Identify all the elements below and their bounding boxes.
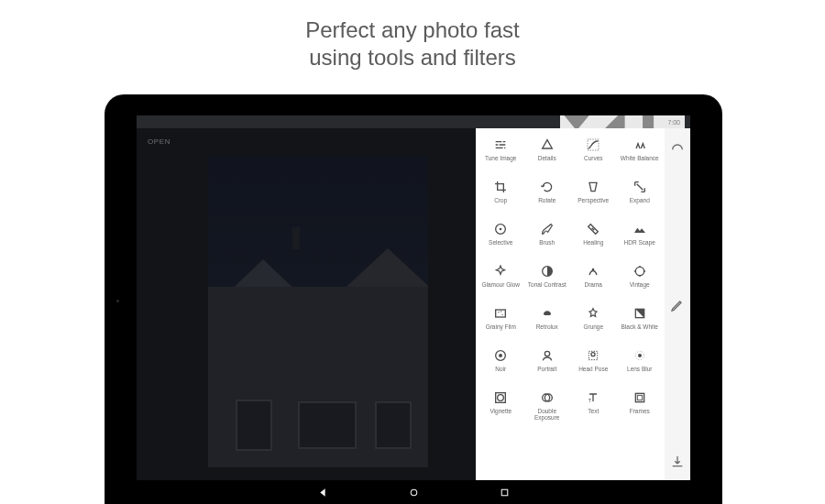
- hdr-scape-icon: [632, 222, 647, 236]
- tool-perspective[interactable]: Perspective: [570, 180, 617, 222]
- perspective-icon: [586, 180, 600, 194]
- svg-point-7: [635, 267, 644, 275]
- pencil-icon[interactable]: [670, 298, 685, 312]
- tool-vignette[interactable]: Vignette: [478, 390, 524, 433]
- crop-icon: [493, 180, 508, 194]
- double-exposure-icon: [540, 390, 555, 405]
- tool-label: Black & White: [622, 323, 658, 330]
- android-statusbar: 7:00: [137, 115, 690, 128]
- tool-label: Vignette: [490, 408, 512, 414]
- tool-label: Tonal Contrast: [528, 281, 566, 288]
- android-navbar: [137, 480, 690, 504]
- glamour-glow-icon: [493, 264, 508, 279]
- tool-label: Head Pose: [578, 366, 608, 372]
- tool-label: Healing: [583, 239, 603, 246]
- nav-home-icon[interactable]: [408, 487, 420, 499]
- tool-label: Tune Image: [485, 155, 516, 161]
- statusbar-time: 7:00: [667, 119, 680, 126]
- tool-frames[interactable]: Frames: [617, 390, 664, 433]
- tool-portrait[interactable]: Portrait: [524, 348, 571, 390]
- tool-label: Noir: [495, 366, 506, 372]
- svg-point-15: [544, 351, 549, 356]
- tool-label: Portrait: [537, 366, 556, 372]
- tool-black-white[interactable]: Black & White: [617, 306, 664, 348]
- tool-tonal-contrast[interactable]: Tonal Contrast: [524, 264, 571, 306]
- selective-icon: [493, 222, 508, 236]
- tool-brush[interactable]: Brush: [524, 222, 571, 264]
- nav-back-icon[interactable]: [317, 487, 329, 499]
- tool-label: White Balance: [621, 155, 659, 161]
- tool-retrolux[interactable]: Retrolux: [524, 306, 571, 348]
- tool-selective[interactable]: Selective: [478, 222, 524, 264]
- retrolux-icon: [540, 306, 555, 321]
- photo-preview: [208, 156, 428, 467]
- tool-label: Lens Blur: [627, 366, 652, 372]
- tool-text[interactable]: TText: [570, 390, 617, 433]
- tool-healing[interactable]: Healing: [570, 222, 617, 264]
- svg-point-14: [499, 354, 502, 357]
- tool-glamour-glow[interactable]: Glamour Glow: [478, 264, 524, 306]
- tool-tune-image[interactable]: Tune Image: [478, 137, 524, 180]
- tool-grunge[interactable]: Grunge: [570, 306, 617, 348]
- tool-white-balance[interactable]: White Balance: [617, 137, 664, 180]
- rotate-icon: [540, 180, 555, 194]
- grainy-film-icon: [493, 306, 508, 321]
- tool-label: Double Exposure: [525, 408, 569, 421]
- svg-point-10: [502, 314, 503, 315]
- tool-curves[interactable]: Curves: [570, 137, 617, 180]
- healing-icon: [586, 222, 600, 236]
- noir-icon: [493, 348, 508, 363]
- tool-head-pose[interactable]: Head Pose: [570, 348, 617, 390]
- tool-label: Grunge: [583, 323, 603, 330]
- tablet-camera: [116, 300, 119, 302]
- tool-details[interactable]: Details: [524, 137, 571, 180]
- tool-label: Expand: [630, 197, 650, 203]
- drama-icon: [586, 264, 600, 279]
- svg-rect-8: [496, 310, 506, 317]
- tune-image-icon: [493, 137, 508, 152]
- tool-lens-blur[interactable]: Lens Blur: [617, 348, 664, 390]
- svg-point-9: [499, 312, 500, 312]
- vintage-icon: [632, 264, 647, 279]
- tool-label: Text: [588, 408, 599, 414]
- tool-grainy-film[interactable]: Grainy Film: [478, 306, 524, 348]
- svg-point-11: [500, 311, 501, 312]
- tool-vintage[interactable]: Vintage: [617, 264, 664, 306]
- tool-double-exposure[interactable]: Double Exposure: [524, 390, 571, 433]
- svg-rect-28: [501, 489, 508, 496]
- curves-icon: [586, 137, 600, 152]
- tool-label: Rotate: [538, 197, 556, 203]
- head-pose-icon: [586, 348, 600, 363]
- tool-drama[interactable]: Drama: [570, 264, 617, 306]
- tool-rotate[interactable]: Rotate: [524, 180, 571, 222]
- tool-label: Selective: [489, 239, 512, 246]
- tonal-contrast-icon: [540, 264, 555, 279]
- tool-label: Details: [538, 155, 556, 161]
- svg-point-18: [638, 354, 642, 357]
- svg-rect-25: [635, 393, 644, 401]
- device-screen: 7:00 OPEN Tune ImageDetailsCurvesWhite B…: [137, 115, 690, 504]
- tool-noir[interactable]: Noir: [478, 348, 524, 390]
- vignette-icon: [493, 390, 508, 405]
- tool-label: HDR Scape: [624, 239, 655, 246]
- tool-expand[interactable]: Expand: [617, 180, 664, 222]
- styles-icon[interactable]: [670, 141, 685, 156]
- svg-point-4: [500, 228, 502, 231]
- photo-canvas-area[interactable]: OPEN: [137, 128, 476, 480]
- tool-crop[interactable]: Crop: [478, 180, 524, 222]
- tool-hdr-scape[interactable]: HDR Scape: [617, 222, 664, 264]
- tool-label: Retrolux: [536, 323, 558, 330]
- svg-point-27: [411, 489, 417, 496]
- headline-line1: Perfect any photo fast: [0, 16, 825, 44]
- lens-blur-icon: [632, 348, 647, 363]
- export-icon[interactable]: [670, 455, 685, 469]
- text-icon: T: [586, 390, 600, 405]
- black-white-icon: [632, 306, 647, 321]
- nav-recent-icon[interactable]: [499, 487, 511, 499]
- portrait-icon: [540, 348, 555, 363]
- marketing-headline: Perfect any photo fast using tools and f…: [0, 0, 825, 71]
- brush-icon: [540, 222, 555, 236]
- tool-label: Frames: [630, 408, 650, 414]
- white-balance-icon: [632, 137, 647, 152]
- open-button[interactable]: OPEN: [148, 137, 170, 146]
